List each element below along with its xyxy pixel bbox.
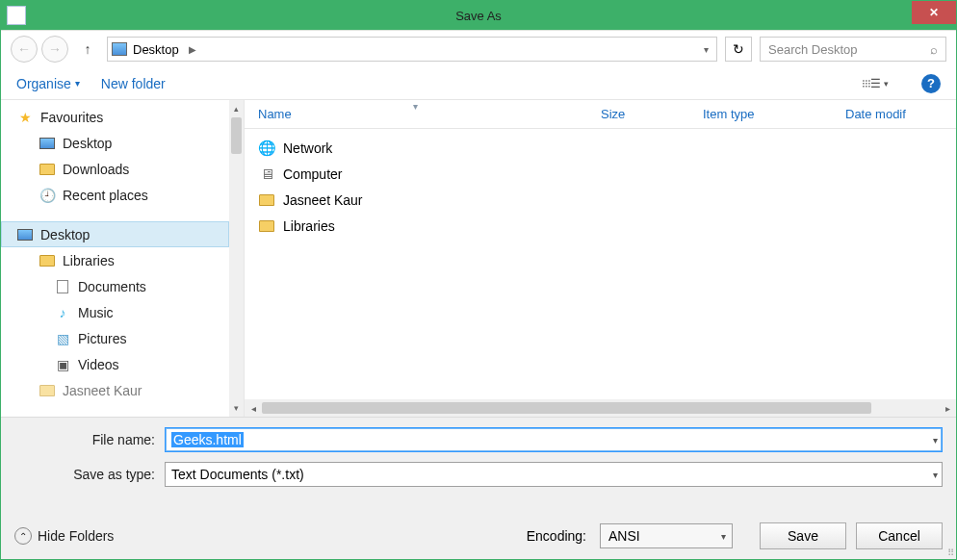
breadcrumb-desktop[interactable]: Desktop xyxy=(133,42,179,57)
recent-icon: 🕘 xyxy=(39,188,56,203)
address-dropdown[interactable]: ▾ xyxy=(700,44,712,55)
scroll-left-icon[interactable]: ◂ xyxy=(245,403,262,414)
forward-button[interactable]: → xyxy=(41,36,68,63)
navigation-tree[interactable]: ★Favourites Desktop Downloads 🕘Recent pl… xyxy=(1,100,229,417)
horizontal-scrollbar[interactable]: ◂ ▸ xyxy=(245,399,956,417)
folder-icon xyxy=(39,162,56,177)
close-button[interactable]: ✕ xyxy=(912,1,956,24)
toolbar: Organise▾ New folder ⁝⁝⁝☰ ▾ ? xyxy=(1,67,956,100)
tree-item-videos[interactable]: ▣Videos xyxy=(1,351,229,377)
network-icon: 🌐 xyxy=(258,140,275,156)
up-button[interactable]: ↑ xyxy=(78,39,97,59)
help-button[interactable]: ? xyxy=(921,74,941,93)
file-name-label: File name: xyxy=(14,432,165,447)
list-item[interactable]: 🖥Computer xyxy=(258,161,956,187)
scroll-thumb[interactable] xyxy=(262,402,871,414)
list-item[interactable]: Libraries xyxy=(258,213,956,239)
file-name-field[interactable]: Geeks.html ▾ xyxy=(165,427,943,452)
address-bar[interactable]: Desktop ▶ ▾ xyxy=(107,37,717,62)
file-list-pane: Name ▾ Size Item type Date modif 🌐Networ… xyxy=(245,100,956,417)
tree-desktop-root[interactable]: Desktop xyxy=(1,221,229,247)
back-button[interactable]: ← xyxy=(11,36,38,63)
tree-item-pictures[interactable]: ▧Pictures xyxy=(1,325,229,351)
videos-icon: ▣ xyxy=(54,357,71,372)
tree-libraries[interactable]: Libraries xyxy=(1,247,229,273)
monitor-icon xyxy=(16,227,34,242)
scroll-up-icon[interactable]: ▴ xyxy=(229,100,244,117)
save-type-field[interactable]: Text Documents (*.txt) ▾ xyxy=(165,462,943,487)
libraries-icon xyxy=(258,218,275,234)
app-icon xyxy=(7,6,26,25)
tree-item-documents[interactable]: Documents xyxy=(1,273,229,299)
music-icon: ♪ xyxy=(54,305,71,320)
column-type[interactable]: Item type xyxy=(689,100,832,128)
scroll-thumb[interactable] xyxy=(231,117,242,154)
sort-indicator-icon: ▾ xyxy=(413,101,418,112)
chevron-up-icon: ⌃ xyxy=(14,527,32,545)
save-button[interactable]: Save xyxy=(760,522,846,549)
computer-icon: 🖥 xyxy=(258,166,275,182)
tree-scrollbar[interactable]: ▴ ▾ xyxy=(229,100,244,417)
scroll-down-icon[interactable]: ▾ xyxy=(229,399,244,417)
search-box[interactable]: ⌕ xyxy=(760,37,946,62)
tree-item-downloads[interactable]: Downloads xyxy=(1,156,229,182)
tree-item-music[interactable]: ♪Music xyxy=(1,299,229,325)
save-as-dialog: Save As ✕ ← → ↑ Desktop ▶ ▾ ↻ ⌕ Organise… xyxy=(0,0,957,560)
folder-icon xyxy=(39,383,56,398)
encoding-label: Encoding: xyxy=(527,528,586,544)
file-list[interactable]: 🌐Network 🖥Computer Jasneet Kaur Librarie… xyxy=(245,129,956,399)
window-title: Save As xyxy=(455,9,502,23)
bottom-panel: File name: Geeks.html ▾ Save as type: Te… xyxy=(1,417,956,559)
tree-item-user[interactable]: Jasneet Kaur xyxy=(1,377,229,403)
new-folder-button[interactable]: New folder xyxy=(101,76,166,91)
tree-item-recent[interactable]: 🕘Recent places xyxy=(1,182,229,208)
list-item[interactable]: 🌐Network xyxy=(258,135,956,161)
resize-grip[interactable]: ⠿ xyxy=(947,550,952,555)
save-type-label: Save as type: xyxy=(14,467,165,482)
refresh-button[interactable]: ↻ xyxy=(725,37,752,62)
monitor-icon xyxy=(112,42,127,56)
tree-favourites[interactable]: ★Favourites xyxy=(1,104,229,130)
column-date[interactable]: Date modif xyxy=(832,100,956,128)
monitor-icon xyxy=(39,136,56,151)
encoding-value: ANSI xyxy=(608,528,640,544)
star-icon: ★ xyxy=(16,110,34,125)
chevron-down-icon[interactable]: ▾ xyxy=(933,435,938,445)
list-item[interactable]: Jasneet Kaur xyxy=(258,187,956,213)
file-name-value[interactable]: Geeks.html xyxy=(171,432,244,447)
tree-item-desktop[interactable]: Desktop xyxy=(1,130,229,156)
document-icon xyxy=(54,279,71,294)
navigation-bar: ← → ↑ Desktop ▶ ▾ ↻ ⌕ xyxy=(1,31,956,67)
view-options-button[interactable]: ⁝⁝⁝☰ ▾ xyxy=(862,77,889,90)
view-icon: ⁝⁝⁝☰ xyxy=(862,77,880,90)
column-size[interactable]: Size xyxy=(587,100,689,128)
hide-folders-button[interactable]: ⌃ Hide Folders xyxy=(14,527,114,545)
chevron-right-icon[interactable]: ▶ xyxy=(185,44,200,55)
pictures-icon: ▧ xyxy=(54,331,71,346)
libraries-icon xyxy=(39,253,56,268)
search-input[interactable] xyxy=(768,42,930,57)
search-icon: ⌕ xyxy=(930,42,938,57)
chevron-down-icon[interactable]: ▾ xyxy=(721,531,726,542)
save-type-value: Text Documents (*.txt) xyxy=(171,467,304,482)
titlebar[interactable]: Save As ✕ xyxy=(1,1,956,30)
chevron-down-icon[interactable]: ▾ xyxy=(933,470,938,480)
user-folder-icon xyxy=(258,192,275,208)
column-headers[interactable]: Name ▾ Size Item type Date modif xyxy=(245,100,956,129)
cancel-button[interactable]: Cancel xyxy=(856,522,943,549)
organise-menu[interactable]: Organise▾ xyxy=(16,76,80,91)
encoding-select[interactable]: ANSI ▾ xyxy=(600,523,733,548)
scroll-right-icon[interactable]: ▸ xyxy=(939,403,956,414)
